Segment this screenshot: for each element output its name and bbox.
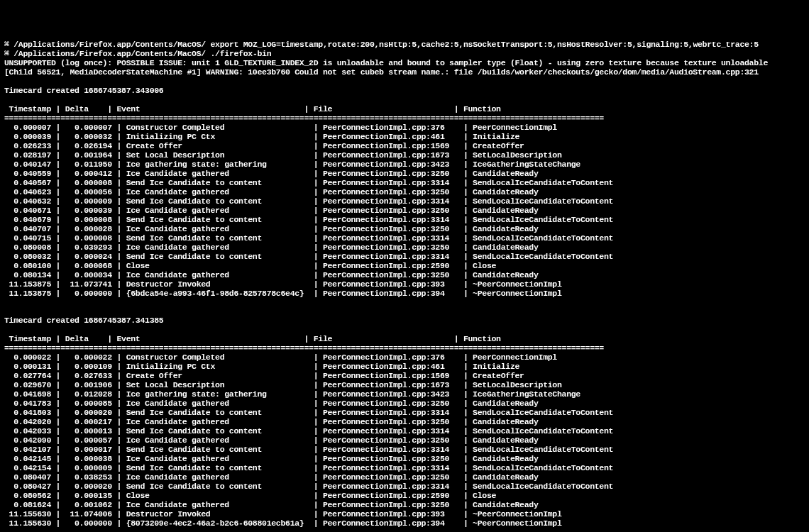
terminal-line: 0.040559 | 0.000412 | Ice Candidate gath…	[4, 169, 805, 178]
terminal-line: Timecard created 1686745387.343006	[4, 86, 805, 95]
terminal-line: 0.029670 | 0.001906 | Set Local Descript…	[4, 380, 805, 389]
terminal-line: ========================================…	[4, 113, 805, 123]
terminal-line: 0.041803 | 0.000020 | Send Ice Candidate…	[4, 408, 805, 417]
terminal-line: 0.027764 | 0.027633 | Create Offer | Pee…	[4, 371, 805, 380]
terminal-line: 0.040679 | 0.000008 | Send Ice Candidate…	[4, 215, 805, 224]
terminal-line: 11.153875 | 11.073741 | Destructor Invok…	[4, 279, 805, 289]
terminal-line: 0.028197 | 0.001964 | Set Local Descript…	[4, 150, 805, 160]
terminal-line: Timecard created 1686745387.341385	[4, 316, 805, 325]
terminal-line: 0.026233 | 0.026194 | Create Offer | Pee…	[4, 141, 805, 150]
terminal-line: 0.080562 | 0.000135 | Close | PeerConnec…	[4, 491, 805, 500]
terminal-line: 0.080008 | 0.039293 | Ice Candidate gath…	[4, 243, 805, 252]
terminal-line: [Child 56521, MediaDecoderStateMachine #…	[4, 67, 805, 77]
terminal-line: 0.042090 | 0.000057 | Ice Candidate gath…	[4, 436, 805, 445]
terminal-line: 0.000022 | 0.000022 | Constructor Comple…	[4, 353, 805, 362]
terminal-line: Timestamp | Delta | Event | File | Funct…	[4, 104, 805, 113]
terminal-line: 11.155630 | 11.074006 | Destructor Invok…	[4, 509, 805, 519]
terminal-line: 0.000039 | 0.000032 | Initializing PC Ct…	[4, 132, 805, 141]
terminal-line: 0.080032 | 0.000024 | Send Ice Candidate…	[4, 252, 805, 261]
terminal-line: 0.000007 | 0.000007 | Constructor Comple…	[4, 123, 805, 132]
terminal-line: Timestamp | Delta | Event | File | Funct…	[4, 334, 805, 343]
terminal-line: 0.040567 | 0.000008 | Send Ice Candidate…	[4, 178, 805, 187]
terminal-line: 11.153875 | 0.000000 | {6bdca54e-a993-46…	[4, 289, 805, 298]
terminal-line: ⌘ /Applications/Firefox.app/Contents/Mac…	[4, 40, 805, 49]
terminal-line: 0.000131 | 0.000109 | Initializing PC Ct…	[4, 362, 805, 371]
terminal-line: 0.080100 | 0.000068 | Close | PeerConnec…	[4, 261, 805, 270]
terminal-line: 11.155630 | 0.000000 | {8073209e-4ec2-46…	[4, 519, 805, 528]
terminal-line: 0.040623 | 0.000056 | Ice Candidate gath…	[4, 187, 805, 196]
terminal-line: 0.040715 | 0.000008 | Send Ice Candidate…	[4, 233, 805, 243]
terminal-line: 0.042107 | 0.000017 | Send Ice Candidate…	[4, 445, 805, 454]
terminal-line: 0.041698 | 0.012028 | Ice gathering stat…	[4, 389, 805, 399]
terminal-output: ⌘ /Applications/Firefox.app/Contents/Mac…	[4, 40, 805, 528]
terminal-line: 0.040707 | 0.000028 | Ice Candidate gath…	[4, 224, 805, 233]
terminal-line: UNSUPPORTED (log once): POSSIBLE ISSUE: …	[4, 58, 805, 67]
terminal-line: 0.042033 | 0.000013 | Send Ice Candidate…	[4, 426, 805, 436]
terminal-line: 0.040632 | 0.000009 | Send Ice Candidate…	[4, 196, 805, 206]
terminal-line: 0.041783 | 0.000085 | Ice Candidate gath…	[4, 399, 805, 408]
terminal-line: 0.081624 | 0.001062 | Ice Candidate gath…	[4, 500, 805, 509]
terminal-line: 0.080407 | 0.038253 | Ice Candidate gath…	[4, 472, 805, 482]
terminal-line: ⌘ /Applications/Firefox.app/Contents/Mac…	[4, 49, 805, 58]
terminal-line: 0.042145 | 0.000038 | Ice Candidate gath…	[4, 454, 805, 463]
terminal-line: 0.042154 | 0.000009 | Send Ice Candidate…	[4, 463, 805, 472]
terminal-line: 0.040671 | 0.000039 | Ice Candidate gath…	[4, 206, 805, 215]
terminal-line: 0.080134 | 0.000034 | Ice Candidate gath…	[4, 270, 805, 279]
terminal-line: ========================================…	[4, 343, 805, 353]
terminal-line: 0.080427 | 0.000020 | Send Ice Candidate…	[4, 482, 805, 491]
terminal-line: 0.042020 | 0.000217 | Ice Candidate gath…	[4, 417, 805, 426]
terminal-line: 0.040147 | 0.011950 | Ice gathering stat…	[4, 160, 805, 169]
